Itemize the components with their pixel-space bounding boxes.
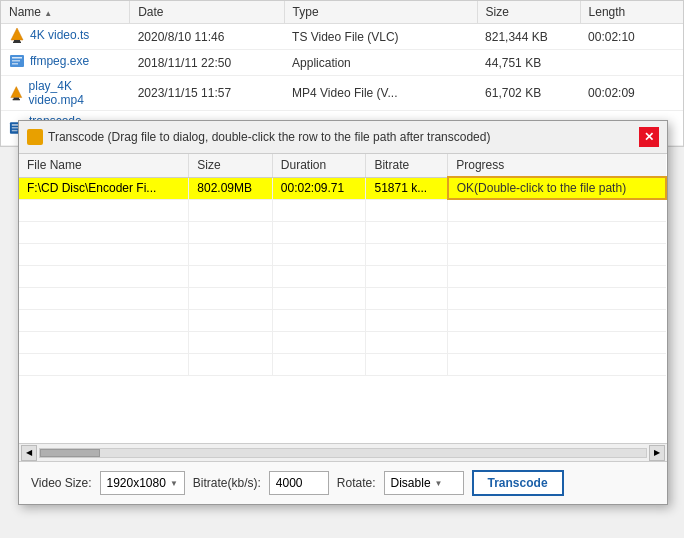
- empty-cell: [189, 265, 272, 287]
- modal-title-area: Transcode (Drag file to dialog, double-c…: [27, 129, 490, 145]
- empty-cell: [272, 287, 366, 309]
- empty-cell: [448, 353, 666, 375]
- file-size-cell: 61,702 KB: [477, 76, 580, 111]
- bitrate-label: Bitrate(kb/s):: [193, 476, 261, 490]
- svg-marker-7: [11, 87, 22, 98]
- svg-marker-0: [11, 28, 23, 40]
- col-header-length[interactable]: Length: [580, 1, 683, 24]
- transcode-empty-row: [19, 199, 666, 221]
- empty-cell: [189, 287, 272, 309]
- empty-cell: [366, 353, 448, 375]
- empty-cell: [189, 309, 272, 331]
- rotate-chevron-icon: ▼: [435, 479, 443, 488]
- empty-cell: [19, 243, 189, 265]
- progress-cell: OK(Double-click to the file path): [448, 177, 666, 199]
- video-size-label: Video Size:: [31, 476, 92, 490]
- empty-cell: [19, 331, 189, 353]
- empty-cell: [272, 331, 366, 353]
- video-size-chevron-icon: ▼: [170, 479, 178, 488]
- transcode-data-cell: 00:02:09.71: [272, 177, 366, 199]
- transcode-table-container: File NameSizeDurationBitrateProgress F:\…: [19, 154, 667, 444]
- modal-app-icon: [27, 129, 43, 145]
- file-name-with-icon: 4K video.ts: [9, 27, 89, 43]
- col-header-type[interactable]: Type: [284, 1, 477, 24]
- empty-cell: [448, 265, 666, 287]
- empty-cell: [448, 309, 666, 331]
- vlc-icon: [9, 85, 24, 101]
- file-name-link[interactable]: 4K video.ts: [30, 28, 89, 42]
- modal-titlebar: Transcode (Drag file to dialog, double-c…: [19, 121, 667, 154]
- empty-cell: [366, 309, 448, 331]
- transcode-row[interactable]: F:\CD Disc\Encoder Fi...802.09MB00:02:09…: [19, 177, 666, 199]
- file-name-link[interactable]: play_4K video.mp4: [29, 79, 122, 107]
- empty-cell: [366, 221, 448, 243]
- transcode-empty-row: [19, 265, 666, 287]
- svg-rect-5: [12, 60, 20, 62]
- file-row[interactable]: play_4K video.mp42023/11/15 11:57MP4 Vid…: [1, 76, 683, 111]
- empty-cell: [189, 353, 272, 375]
- rotate-select[interactable]: Disable ▼: [384, 471, 464, 495]
- empty-cell: [19, 221, 189, 243]
- file-type-cell: TS Video File (VLC): [284, 24, 477, 50]
- file-type-cell: MP4 Video File (V...: [284, 76, 477, 111]
- scroll-right-arrow[interactable]: ▶: [649, 445, 665, 461]
- file-size-cell: 821,344 KB: [477, 24, 580, 50]
- file-size-cell: 44,751 KB: [477, 50, 580, 76]
- empty-cell: [448, 199, 666, 221]
- svg-rect-6: [12, 63, 18, 65]
- empty-cell: [19, 287, 189, 309]
- transcode-col-header[interactable]: Bitrate: [366, 154, 448, 177]
- empty-cell: [366, 199, 448, 221]
- transcode-col-header[interactable]: Size: [189, 154, 272, 177]
- empty-cell: [19, 309, 189, 331]
- file-length-cell: 00:02:10: [580, 24, 683, 50]
- empty-cell: [272, 221, 366, 243]
- file-date-cell: 2023/11/15 11:57: [130, 76, 284, 111]
- col-header-name[interactable]: Name ▲: [1, 1, 130, 24]
- empty-cell: [366, 287, 448, 309]
- empty-cell: [366, 265, 448, 287]
- video-size-value: 1920x1080: [107, 476, 166, 490]
- col-header-date[interactable]: Date: [130, 1, 284, 24]
- col-header-size[interactable]: Size: [477, 1, 580, 24]
- empty-cell: [448, 221, 666, 243]
- video-size-select[interactable]: 1920x1080 ▼: [100, 471, 185, 495]
- file-name-link[interactable]: ffmpeg.exe: [30, 54, 89, 68]
- transcode-button[interactable]: Transcode: [472, 470, 564, 496]
- empty-cell: [272, 265, 366, 287]
- modal-toolbar: Video Size: 1920x1080 ▼ Bitrate(kb/s): R…: [19, 462, 667, 504]
- empty-cell: [448, 287, 666, 309]
- svg-rect-13: [12, 130, 18, 131]
- file-name-cell: 4K video.ts: [1, 24, 130, 50]
- file-row[interactable]: 4K video.ts2020/8/10 11:46TS Video File …: [1, 24, 683, 50]
- transcode-col-header[interactable]: Progress: [448, 154, 666, 177]
- transcode-empty-row: [19, 353, 666, 375]
- transcode-col-header[interactable]: File Name: [19, 154, 189, 177]
- file-date-cell: 2020/8/10 11:46: [130, 24, 284, 50]
- file-length-cell: 00:02:09: [580, 76, 683, 111]
- rotate-label: Rotate:: [337, 476, 376, 490]
- empty-cell: [272, 353, 366, 375]
- file-name-cell: ffmpeg.exe: [1, 50, 130, 76]
- svg-rect-2: [13, 42, 21, 44]
- transcode-empty-row: [19, 331, 666, 353]
- horizontal-scrollbar[interactable]: ◀ ▶: [19, 444, 667, 462]
- scroll-track[interactable]: [39, 448, 647, 458]
- empty-cell: [19, 199, 189, 221]
- file-row[interactable]: ffmpeg.exe2018/11/11 22:50Application44,…: [1, 50, 683, 76]
- empty-cell: [272, 309, 366, 331]
- empty-cell: [189, 331, 272, 353]
- svg-rect-4: [12, 57, 22, 59]
- file-date-cell: 2018/11/11 22:50: [130, 50, 284, 76]
- scroll-thumb[interactable]: [40, 449, 100, 457]
- vlc-icon: [9, 27, 25, 43]
- modal-close-button[interactable]: ✕: [639, 127, 659, 147]
- empty-cell: [272, 243, 366, 265]
- transcode-col-header[interactable]: Duration: [272, 154, 366, 177]
- bitrate-input[interactable]: [269, 471, 329, 495]
- empty-cell: [272, 199, 366, 221]
- empty-cell: [19, 265, 189, 287]
- scroll-left-arrow[interactable]: ◀: [21, 445, 37, 461]
- empty-cell: [448, 243, 666, 265]
- rotate-value: Disable: [391, 476, 431, 490]
